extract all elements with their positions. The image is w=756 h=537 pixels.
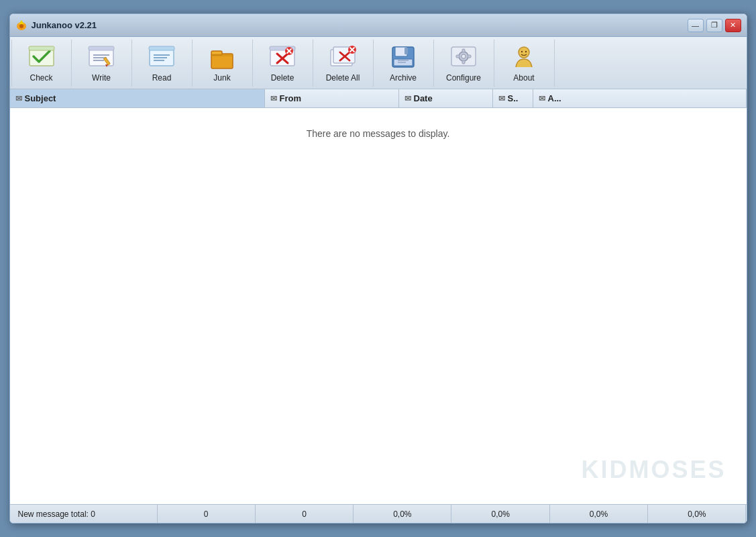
configure-label: Configure bbox=[446, 73, 481, 83]
watermark: KIDMOSES bbox=[581, 456, 726, 484]
envelope-icon-size: ✉ bbox=[498, 94, 505, 103]
check-button[interactable]: Check bbox=[11, 40, 72, 87]
archive-button[interactable]: Archive bbox=[374, 40, 434, 87]
col-header-size[interactable]: ✉ S.. bbox=[493, 89, 533, 107]
svg-point-2 bbox=[19, 24, 23, 28]
app-icon bbox=[15, 19, 28, 32]
delete-all-label: Delete All bbox=[326, 73, 360, 83]
col-header-date[interactable]: ✉ Date bbox=[399, 89, 493, 107]
about-icon bbox=[510, 44, 537, 70]
svg-marker-1 bbox=[19, 20, 24, 24]
archive-label: Archive bbox=[390, 73, 417, 83]
svg-rect-19 bbox=[211, 54, 233, 56]
col-header-from[interactable]: ✉ From bbox=[265, 89, 399, 107]
svg-point-49 bbox=[525, 50, 527, 52]
about-label: About bbox=[513, 73, 534, 83]
junk-label: Junk bbox=[213, 73, 230, 83]
write-icon bbox=[88, 44, 115, 70]
close-button[interactable]: ✕ bbox=[725, 19, 741, 32]
toolbar: Check Write bbox=[10, 37, 747, 89]
col-size-label: S.. bbox=[508, 93, 519, 103]
svg-rect-44 bbox=[462, 60, 465, 64]
check-label: Check bbox=[30, 73, 52, 83]
col-subject-label: Subject bbox=[25, 93, 56, 103]
delete-all-button[interactable]: Delete All bbox=[313, 40, 374, 87]
maximize-button[interactable]: ❐ bbox=[706, 19, 722, 32]
envelope-icon-attach: ✉ bbox=[539, 94, 545, 103]
status-count1: 0 bbox=[158, 505, 256, 523]
configure-icon bbox=[450, 44, 477, 70]
col-header-subject[interactable]: ✉ Subject bbox=[10, 89, 265, 107]
title-bar: Junkanoo v2.21 — ❐ ✕ bbox=[10, 14, 747, 37]
delete-all-icon bbox=[329, 44, 356, 70]
write-button[interactable]: Write bbox=[72, 40, 132, 87]
junk-button[interactable]: Junk bbox=[193, 40, 253, 87]
svg-rect-46 bbox=[468, 55, 471, 58]
envelope-icon-date: ✉ bbox=[404, 94, 411, 103]
read-button[interactable]: Read bbox=[132, 40, 193, 87]
no-messages-text: There are no messages to display. bbox=[307, 128, 450, 139]
col-attach-label: A... bbox=[548, 93, 561, 103]
title-controls: — ❐ ✕ bbox=[688, 19, 741, 32]
minimize-button[interactable]: — bbox=[688, 19, 704, 32]
message-area: There are no messages to display. KIDMOS… bbox=[10, 108, 747, 504]
archive-icon bbox=[390, 44, 417, 70]
window-title: Junkanoo v2.21 bbox=[32, 20, 97, 30]
write-label: Write bbox=[92, 73, 111, 83]
about-button[interactable]: About bbox=[494, 40, 555, 87]
svg-rect-13 bbox=[149, 46, 174, 50]
status-pct1: 0,0% bbox=[354, 505, 451, 523]
svg-point-42 bbox=[462, 54, 466, 58]
col-header-attach[interactable]: ✉ A... bbox=[533, 89, 747, 107]
column-headers: ✉ Subject ✉ From ✉ Date ✉ S.. ✉ A... bbox=[10, 89, 747, 108]
delete-label: Delete bbox=[271, 73, 294, 83]
read-label: Read bbox=[152, 73, 172, 83]
configure-button[interactable]: Configure bbox=[434, 40, 494, 87]
svg-point-48 bbox=[521, 50, 523, 52]
svg-rect-43 bbox=[462, 49, 465, 52]
svg-rect-4 bbox=[29, 46, 54, 50]
status-count2: 0 bbox=[256, 505, 354, 523]
status-pct2: 0,0% bbox=[451, 505, 549, 523]
status-pct4: 0,0% bbox=[648, 505, 746, 523]
main-window: Junkanoo v2.21 — ❐ ✕ Check bbox=[9, 13, 747, 524]
envelope-icon-subject: ✉ bbox=[15, 94, 22, 103]
status-pct3: 0,0% bbox=[550, 505, 648, 523]
check-icon bbox=[28, 44, 55, 70]
svg-point-47 bbox=[519, 47, 529, 58]
col-date-label: Date bbox=[414, 93, 433, 103]
junk-icon bbox=[209, 44, 235, 70]
status-new-message-total: New message total: 0 bbox=[10, 505, 158, 523]
svg-rect-36 bbox=[404, 48, 408, 54]
title-bar-left: Junkanoo v2.21 bbox=[15, 19, 97, 32]
delete-icon bbox=[269, 44, 296, 70]
envelope-icon-from: ✉ bbox=[270, 94, 277, 103]
svg-rect-6 bbox=[89, 46, 114, 50]
read-icon bbox=[148, 44, 175, 70]
svg-rect-45 bbox=[456, 55, 460, 58]
col-from-label: From bbox=[280, 93, 302, 103]
delete-button[interactable]: Delete bbox=[253, 40, 313, 87]
status-bar: New message total: 0 0 0 0,0% 0,0% 0,0% … bbox=[10, 504, 747, 523]
